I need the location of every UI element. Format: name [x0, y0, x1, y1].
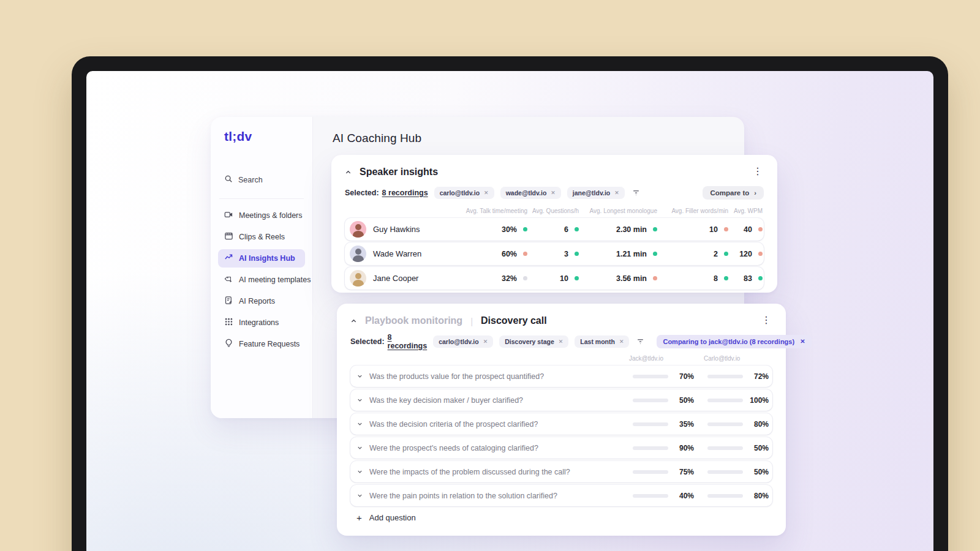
speaker-name-cell: Guy Hawkins [345, 221, 462, 238]
search-button[interactable]: Search [218, 171, 305, 189]
score-bar-group: 35% [628, 420, 694, 429]
metric-value: 120 [739, 250, 752, 258]
metric-value: 30% [502, 225, 517, 234]
progress-bar [707, 422, 743, 426]
close-icon[interactable]: ✕ [484, 190, 489, 196]
status-dot [523, 227, 527, 231]
chevron-down-icon[interactable] [356, 492, 363, 499]
status-dot [758, 227, 763, 231]
chevron-down-icon[interactable] [356, 397, 363, 403]
sidebar-item-meetings-folders[interactable]: Meetings & folders [218, 206, 305, 225]
filter-chip-last-month[interactable]: Last month ✕ [575, 335, 629, 348]
sidebar-item-label: Feature Requests [239, 340, 300, 348]
collapse-chevron-up-icon[interactable] [345, 169, 352, 176]
collapse-chevron-up-icon[interactable] [350, 318, 357, 324]
speaker-name-cell: Wade Warren [345, 246, 462, 262]
comparing-to-chip[interactable]: Comparing to jack@tldv.io (8 recordings)… [657, 335, 811, 348]
sidebar-nav: Meetings & folders Clips & Reels AI Insi… [218, 206, 305, 353]
sidebar-item-ai-reports[interactable]: AI Reports [218, 292, 305, 310]
compare-to-button[interactable]: Compare to › [703, 186, 764, 200]
kebab-menu-icon[interactable]: ⋮ [749, 165, 766, 178]
search-label: Search [238, 176, 263, 184]
filter-icon[interactable] [636, 337, 644, 345]
selected-recordings-link[interactable]: 8 recordings [388, 333, 428, 350]
chevron-down-icon[interactable] [356, 373, 363, 380]
close-icon[interactable]: ✕ [614, 190, 619, 196]
metric-value: 2 [714, 250, 718, 258]
status-dot [523, 276, 527, 280]
close-icon[interactable]: ✕ [559, 339, 564, 345]
score-value: 90% [673, 444, 694, 452]
filter-chip-carlo[interactable]: carlo@tldv.io ✕ [433, 335, 493, 348]
question-row[interactable]: Was the decision criteria of the prospec… [350, 413, 772, 435]
sidebar-item-ai-insights-hub[interactable]: AI Insights Hub [218, 249, 305, 268]
sidebar: tl;dv Search Meetings & folders C [211, 117, 313, 418]
column-header: Carlo@tldv.io [703, 355, 769, 362]
question-row[interactable]: Were the prospect's needs of cataloging … [350, 437, 772, 459]
video-camera-icon [224, 210, 233, 221]
close-icon[interactable]: ✕ [619, 339, 624, 345]
playbook-question-list: Was the products value for the prospect … [350, 365, 772, 506]
progress-bar [707, 375, 743, 378]
title-separator: | [470, 316, 473, 326]
speaker-row-jane-cooper[interactable]: Jane Cooper 32% 10 3.56 min 8 83 [345, 267, 764, 290]
add-question-button[interactable]: + Add question [350, 512, 772, 523]
score-bar-group: 75% [628, 468, 694, 476]
status-dot [575, 227, 579, 231]
playbook-monitoring-panel: Playbook monitoring | Discovery call ⋮ S… [337, 304, 786, 536]
chevron-down-icon[interactable] [356, 468, 363, 475]
column-header: Avg. WPM [729, 208, 764, 214]
filter-chip-jane[interactable]: jane@tldv.io ✕ [567, 187, 625, 199]
page-title: AI Coaching Hub [333, 132, 744, 145]
column-header: Jack@tldv.io [628, 355, 694, 362]
tag-sparkle-icon [224, 274, 233, 285]
comparing-to-label: Comparing to jack@tldv.io (8 recordings) [663, 338, 794, 345]
close-icon[interactable]: ✕ [800, 338, 805, 345]
score-value: 50% [748, 444, 769, 452]
sidebar-item-feature-requests[interactable]: Feature Requests [218, 335, 305, 353]
progress-bar [633, 422, 668, 426]
filter-chip-wade[interactable]: wade@tldv.io ✕ [500, 187, 561, 199]
score-value: 35% [673, 420, 694, 429]
add-question-label: Add question [369, 513, 416, 522]
playbook-column-labels: Jack@tldv.io Carlo@tldv.io [350, 353, 772, 363]
column-header: Avg. Filler words/min [658, 208, 729, 214]
status-dot [653, 227, 657, 231]
playbook-title: Discovery call [481, 315, 547, 326]
status-dot [653, 276, 657, 280]
column-header: Avg. Talk time/meeting [462, 208, 529, 214]
speaker-row-wade-warren[interactable]: Wade Warren 60% 3 1.21 min 2 120 [345, 242, 764, 265]
question-row[interactable]: Was the key decision maker / buyer clari… [350, 389, 772, 411]
close-icon[interactable]: ✕ [483, 339, 488, 345]
score-value: 72% [748, 372, 769, 381]
question-row[interactable]: Were the pain points in relation to the … [350, 485, 772, 506]
metric-value: 32% [502, 274, 517, 283]
speaker-row-guy-hawkins[interactable]: Guy Hawkins 30% 6 2.30 min 10 40 [345, 218, 764, 241]
filter-chip-discovery-stage[interactable]: Discovery stage ✕ [499, 335, 568, 348]
selected-recordings-link[interactable]: 8 recordings [382, 189, 428, 197]
metric-value: 3.56 min [616, 274, 647, 283]
compare-to-label: Compare to [710, 189, 749, 197]
filter-icon[interactable] [632, 189, 640, 197]
metric-value: 40 [744, 225, 752, 234]
playbook-title-secondary: Playbook monitoring [365, 315, 462, 326]
status-dot [653, 252, 657, 256]
sidebar-item-ai-meeting-templates[interactable]: AI meeting templates [218, 271, 305, 289]
sidebar-item-clips-reels[interactable]: Clips & Reels [218, 228, 305, 246]
chevron-down-icon[interactable] [356, 444, 363, 451]
chevron-down-icon[interactable] [356, 421, 363, 427]
progress-bar [707, 446, 743, 450]
kebab-menu-icon[interactable]: ⋮ [758, 313, 775, 327]
score-bar-group: 80% [703, 492, 769, 500]
speaker-name: Jane Cooper [373, 274, 418, 283]
filter-chip-carlo[interactable]: carlo@tldv.io ✕ [434, 187, 494, 199]
question-row[interactable]: Was the products value for the prospect … [350, 365, 772, 387]
sidebar-item-label: Meetings & folders [239, 211, 303, 220]
chip-label: carlo@tldv.io [439, 338, 478, 345]
sidebar-item-label: AI Reports [239, 297, 275, 305]
question-row[interactable]: Were the impacts of the problem discusse… [350, 461, 772, 482]
close-icon[interactable]: ✕ [551, 190, 556, 196]
sidebar-item-integrations[interactable]: Integrations [218, 313, 305, 332]
status-dot [758, 276, 763, 280]
status-dot [523, 252, 527, 256]
